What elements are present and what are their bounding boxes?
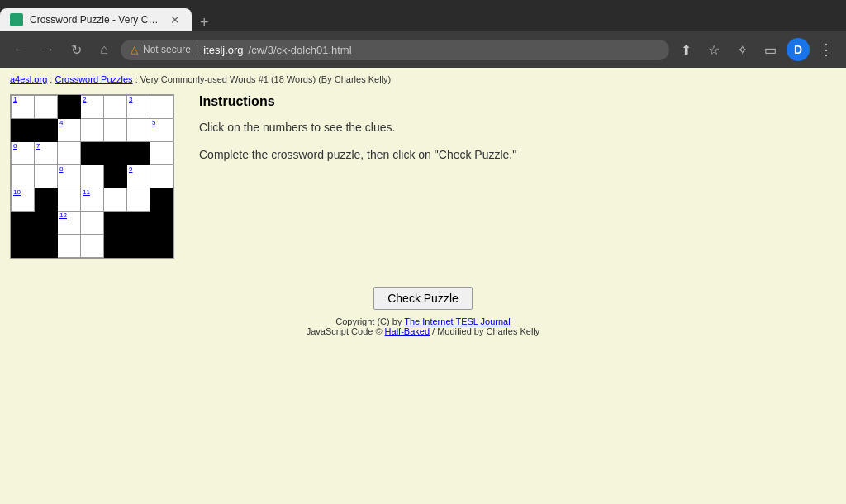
reload-button[interactable]: ↻: [64, 38, 88, 61]
cell-2-1-black: [12, 119, 35, 142]
cell-4-7[interactable]: [150, 165, 173, 188]
cell-1-1[interactable]: 1: [12, 96, 35, 119]
clue-number-9[interactable]: 9: [129, 166, 132, 173]
cell-7-4[interactable]: [81, 235, 104, 258]
address-bar: ← → ↻ ⌂ △ Not secure | iteslj.org/cw/3/c…: [0, 31, 846, 68]
clue-number-6[interactable]: 6: [13, 143, 17, 150]
cell-2-2-black: [35, 119, 58, 142]
profile-button[interactable]: D: [787, 38, 810, 61]
clue-number-10[interactable]: 10: [13, 189, 21, 196]
cell-1-2[interactable]: [35, 96, 58, 119]
cell-1-5[interactable]: [104, 96, 127, 119]
instructions-heading: Instructions: [199, 94, 516, 109]
crossword-grid: 1 2 3 4: [10, 94, 174, 259]
cell-2-7[interactable]: 5: [150, 119, 173, 142]
cell-6-1-black: [12, 212, 35, 235]
copyright-line: Copyright (C) by The Internet TESL Journ…: [18, 316, 828, 326]
cell-5-5[interactable]: [104, 188, 127, 212]
toolbar-right: ⬆ ☆ ✧ ▭ D ⋮: [674, 38, 838, 61]
url-path: /cw/3/ck-dolch01.html: [249, 44, 352, 56]
menu-button[interactable]: ⋮: [815, 38, 838, 61]
clue-number-4[interactable]: 4: [59, 120, 63, 126]
cell-3-1[interactable]: 6: [12, 142, 35, 165]
main-layout: 1 2 3 4: [10, 91, 836, 262]
breadcrumb-current: Very Commonly-used Words #1 (18 Words) (…: [140, 74, 391, 84]
cell-7-1-black: [12, 235, 35, 258]
cell-6-6-black: [127, 212, 150, 235]
cell-3-6-black: [127, 142, 150, 165]
cell-6-3[interactable]: 12: [58, 212, 81, 235]
split-view-icon[interactable]: ▭: [758, 38, 782, 61]
cell-3-2[interactable]: 7: [35, 142, 58, 165]
cell-4-1[interactable]: [12, 165, 35, 188]
share-icon[interactable]: ⬆: [674, 38, 697, 61]
clue-number-12[interactable]: 12: [59, 212, 67, 219]
cell-3-7[interactable]: [150, 142, 173, 165]
grid-row-3: 6 7: [12, 142, 173, 165]
url-domain: iteslj.org: [203, 44, 243, 56]
clue-number-5[interactable]: 5: [152, 120, 155, 126]
clue-number-3[interactable]: 3: [129, 97, 132, 103]
browser-window: Crossword Puzzle - Very Commo ✕ + ← → ↻ …: [0, 0, 846, 504]
check-puzzle-button[interactable]: Check Puzzle: [373, 287, 473, 310]
js-link[interactable]: Half-Baked: [385, 326, 430, 336]
cell-1-7[interactable]: [150, 96, 173, 119]
cell-2-6[interactable]: [127, 119, 150, 142]
cell-7-6-black: [127, 235, 150, 258]
cell-6-4[interactable]: [81, 212, 104, 235]
address-input[interactable]: △ Not secure | iteslj.org/cw/3/ck-dolch0…: [121, 40, 669, 60]
page-content: a4esl.org : Crossword Puzzles : Very Com…: [0, 68, 846, 504]
security-label: Not secure: [143, 44, 191, 55]
cell-7-2-black: [35, 235, 58, 258]
cell-2-3[interactable]: 4: [58, 119, 81, 142]
cell-7-3[interactable]: [58, 235, 81, 258]
copyright-block: Copyright (C) by The Internet TESL Journ…: [18, 316, 828, 336]
tab-close-button[interactable]: ✕: [169, 13, 182, 26]
cell-4-5-black: [104, 165, 127, 188]
grid-row-6: 12: [12, 212, 173, 235]
extensions-icon[interactable]: ✧: [730, 38, 753, 61]
home-button[interactable]: ⌂: [93, 38, 116, 61]
active-tab[interactable]: Crossword Puzzle - Very Commo ✕: [0, 8, 192, 31]
new-tab-button[interactable]: +: [192, 14, 217, 31]
forward-button[interactable]: →: [36, 38, 59, 61]
breadcrumb-site[interactable]: a4esl.org: [10, 74, 47, 84]
cell-5-1[interactable]: 10: [12, 188, 35, 212]
cell-4-3[interactable]: 8: [58, 165, 81, 188]
copyright-text: Copyright (C) by: [335, 316, 402, 326]
clue-number-2[interactable]: 2: [83, 97, 86, 103]
grid-row-2: 4 5: [12, 119, 173, 142]
cell-5-7-black: [150, 188, 173, 212]
tab-title: Crossword Puzzle - Very Commo: [30, 14, 162, 26]
cell-4-2[interactable]: [35, 165, 58, 188]
copyright-link[interactable]: The Internet TESL Journal: [404, 316, 510, 326]
clue-number-1[interactable]: 1: [13, 97, 17, 103]
clue-number-11[interactable]: 11: [83, 189, 90, 196]
cell-1-6[interactable]: 3: [127, 96, 150, 119]
grid-row-7: [12, 235, 173, 258]
cell-5-4[interactable]: 11: [81, 188, 104, 212]
cell-6-7-black: [150, 212, 173, 235]
cell-2-5[interactable]: [104, 119, 127, 142]
breadcrumb: a4esl.org : Crossword Puzzles : Very Com…: [10, 74, 836, 84]
clue-number-7[interactable]: 7: [36, 143, 40, 150]
breadcrumb-section[interactable]: Crossword Puzzles: [55, 74, 132, 84]
cell-1-4[interactable]: 2: [81, 96, 104, 119]
js-credit-line: JavaScript Code © Half-Baked / Modified …: [18, 326, 828, 336]
cell-5-3[interactable]: [58, 188, 81, 212]
instructions-line2: Complete the crossword puzzle, then clic…: [199, 146, 516, 164]
cell-4-4[interactable]: [81, 165, 104, 188]
bookmark-icon[interactable]: ☆: [702, 38, 725, 61]
cell-4-6[interactable]: 9: [127, 165, 150, 188]
cell-7-7-black: [150, 235, 173, 258]
cell-3-3[interactable]: [58, 142, 81, 165]
modified-text: / Modified by Charles Kelly: [432, 326, 539, 336]
grid-row-4: 8 9: [12, 165, 173, 188]
cell-3-4-black: [81, 142, 104, 165]
clue-number-8[interactable]: 8: [59, 166, 63, 173]
instructions-line1: Click on the numbers to see the clues.: [199, 119, 516, 136]
back-button[interactable]: ←: [8, 38, 31, 61]
tab-bar: Crossword Puzzle - Very Commo ✕ +: [0, 0, 846, 31]
cell-2-4[interactable]: [81, 119, 104, 142]
cell-5-6[interactable]: [127, 188, 150, 212]
